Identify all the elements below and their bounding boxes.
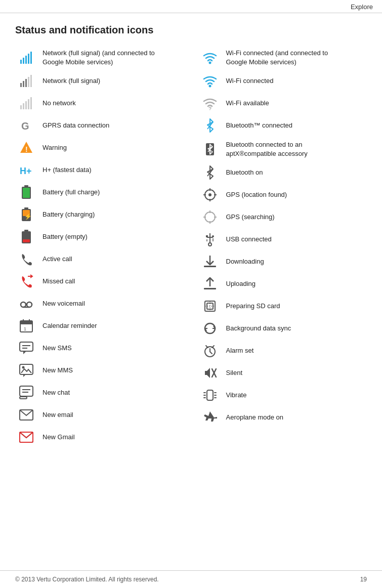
icons-grid: Network (full signal) (and connected toG… (15, 45, 367, 448)
svg-text:?: ? (208, 106, 211, 110)
svg-rect-38 (20, 342, 33, 351)
svg-rect-7 (25, 79, 27, 87)
vibrate-icon (199, 388, 221, 402)
svg-text:⚡: ⚡ (24, 213, 31, 220)
svg-rect-98 (207, 390, 213, 400)
aeroplane-icon (199, 410, 221, 425)
svg-rect-85 (204, 288, 216, 289)
gps-found-label: GPS (location found) (226, 190, 287, 199)
warning-icon: ! (15, 141, 37, 155)
no-network-label: No network (43, 99, 76, 108)
svg-point-66 (208, 193, 211, 196)
list-item: Battery (empty) (15, 226, 184, 248)
svg-rect-48 (20, 397, 27, 399)
network-signal-icon (15, 74, 37, 88)
list-item: USB connected (199, 228, 367, 250)
email-icon (15, 409, 37, 421)
chat-icon (15, 386, 37, 400)
svg-marker-44 (23, 374, 26, 377)
list-item: Preparing SD card (199, 295, 367, 317)
silent-label: Silent (226, 368, 243, 377)
battery-charging-label: Battery (charging) (43, 210, 95, 219)
preparing-sd-icon (199, 299, 221, 313)
svg-text:1: 1 (24, 326, 26, 331)
alarm-icon (199, 344, 221, 358)
list-item: New MMS (15, 359, 184, 382)
svg-rect-9 (30, 75, 32, 87)
list-item: Uploading (199, 273, 367, 295)
uploading-icon (199, 277, 221, 291)
missed-call-icon (15, 274, 37, 288)
svg-rect-1 (23, 58, 24, 64)
calendar-icon: 1 (15, 319, 37, 332)
copyright-text: © 2013 Vertu Corporation Limited. All ri… (15, 576, 159, 583)
preparing-sd-label: Preparing SD card (226, 302, 280, 311)
svg-rect-13 (28, 99, 29, 109)
gprs-label: GPRS data connection (43, 121, 109, 130)
svg-point-31 (27, 302, 32, 307)
svg-rect-19 (24, 185, 28, 187)
battery-charging-icon: ⚡ (15, 207, 37, 222)
list-item: H+ H+ (fastest data) (15, 159, 184, 181)
svg-rect-3 (28, 54, 29, 64)
page-number: 19 (360, 576, 367, 583)
svg-line-93 (210, 352, 212, 354)
svg-rect-78 (206, 235, 208, 237)
active-call-label: Active call (43, 255, 72, 264)
aeroplane-label: Aeroplane mode on (226, 413, 283, 422)
gmail-label: New Gmail (43, 433, 75, 442)
svg-line-94 (206, 346, 208, 348)
list-item: New chat (15, 382, 184, 404)
list-item: Wi-Fi connected (199, 70, 367, 92)
top-bar: Explore (0, 0, 382, 13)
battery-empty-label: Battery (empty) (43, 232, 88, 241)
svg-point-43 (22, 366, 25, 369)
svg-rect-4 (30, 52, 32, 64)
bluetooth-connected-icon (199, 118, 221, 133)
list-item: G GPRS data connection (15, 114, 184, 137)
voicemail-label: New voicemail (43, 299, 85, 308)
gmail-icon (15, 432, 37, 443)
list-item: Downloading (199, 250, 367, 273)
mms-label: New MMS (43, 366, 73, 375)
list-item: Aeroplane mode on (199, 406, 367, 429)
bluetooth-on-icon (199, 165, 221, 180)
list-item: Bluetooth on (199, 161, 367, 184)
list-item: Network (full signal) (15, 70, 184, 92)
svg-rect-0 (20, 60, 22, 64)
network-full-google-icon (15, 51, 37, 65)
battery-full-icon (15, 185, 37, 199)
battery-empty-icon (15, 230, 37, 244)
battery-full-label: Battery (full charge) (43, 188, 100, 197)
svg-rect-5 (20, 83, 22, 87)
svg-point-79 (212, 235, 214, 237)
svg-rect-12 (25, 101, 27, 109)
gps-found-icon (199, 188, 221, 202)
vibrate-label: Vibrate (226, 391, 247, 400)
svg-rect-6 (23, 81, 24, 87)
svg-rect-83 (204, 266, 216, 267)
svg-rect-8 (28, 77, 29, 87)
usb-connected-icon (199, 232, 221, 246)
svg-point-30 (21, 302, 26, 307)
usb-connected-label: USB connected (226, 235, 272, 244)
warning-label: Warning (43, 143, 67, 152)
left-column: Network (full signal) (and connected toG… (15, 45, 184, 448)
svg-rect-21 (23, 188, 30, 198)
list-item: Bluetooth connected to anaptX®compatible… (199, 137, 367, 161)
svg-rect-2 (25, 56, 27, 64)
list-item: Alarm set (199, 340, 367, 362)
chat-label: New chat (43, 388, 70, 397)
bluetooth-connected-label: Bluetooth™ connected (226, 121, 293, 130)
svg-rect-11 (23, 103, 24, 109)
list-item: Battery (full charge) (15, 181, 184, 203)
list-item: GPS (location found) (199, 184, 367, 206)
svg-line-95 (212, 346, 214, 348)
list-item: ? Wi-Fi available (199, 92, 367, 114)
uploading-label: Uploading (226, 279, 256, 288)
wifi-available-icon: ? (199, 96, 221, 110)
list-item: GPS (searching) (199, 206, 367, 228)
background-sync-icon (199, 321, 221, 335)
list-item: Silent (199, 362, 367, 384)
sms-label: New SMS (43, 344, 72, 353)
